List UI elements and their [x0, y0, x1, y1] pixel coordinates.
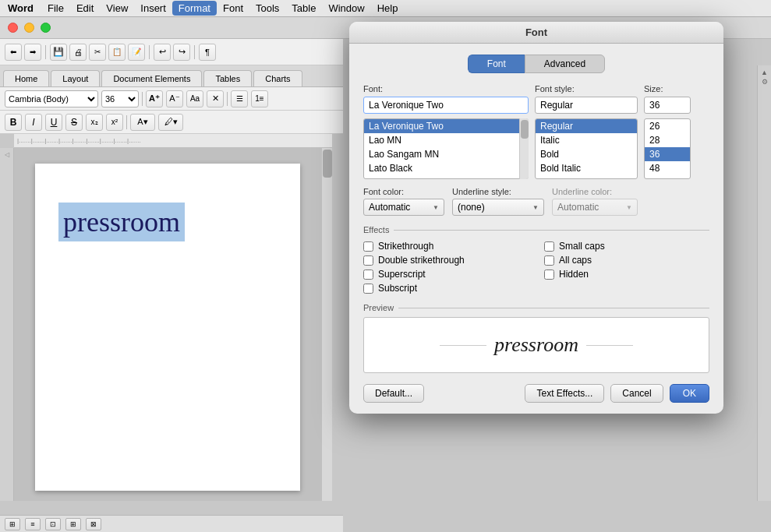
superscript-btn[interactable]: x²: [106, 114, 123, 131]
clear-format[interactable]: ✕: [207, 90, 224, 107]
font-color-dropdown[interactable]: Automatic ▼: [363, 199, 444, 216]
style-list-item-3[interactable]: Bold Italic: [536, 161, 637, 175]
preview-text: pressroom: [494, 333, 578, 357]
subscript-checkbox-row[interactable]: Subscript: [363, 283, 529, 294]
font-name-field[interactable]: [363, 97, 529, 114]
small-caps-checkbox-row[interactable]: Small caps: [544, 241, 709, 252]
small-caps-checkbox[interactable]: [544, 241, 554, 252]
increase-font[interactable]: A⁺: [146, 90, 163, 107]
menu-table[interactable]: Table: [285, 1, 322, 16]
all-caps-checkbox[interactable]: [544, 255, 554, 266]
font-style-field[interactable]: [535, 97, 638, 114]
size-list-item-3[interactable]: 48: [645, 161, 690, 175]
menu-view[interactable]: View: [100, 1, 134, 16]
double-strikethrough-checkbox[interactable]: [363, 255, 373, 266]
tab-home[interactable]: Home: [3, 70, 49, 86]
all-caps-checkbox-row[interactable]: All caps: [544, 255, 709, 266]
size-list-item-4[interactable]: 72: [645, 175, 690, 179]
font-case[interactable]: Aa: [186, 90, 203, 107]
list-number[interactable]: 1≡: [251, 90, 268, 107]
bottom-btn1[interactable]: ⊞: [5, 518, 20, 530]
toolbar-icon-2[interactable]: ➡: [24, 44, 41, 61]
subscript-checkbox[interactable]: [363, 284, 373, 294]
font-size-select[interactable]: 36: [101, 90, 139, 107]
toolbar-save[interactable]: 💾: [50, 44, 67, 61]
toolbar-icon-1[interactable]: ⬅: [5, 44, 22, 61]
hidden-checkbox[interactable]: [544, 270, 554, 280]
font-name-select[interactable]: Cambria (Body): [5, 90, 98, 107]
window-maximize[interactable]: [41, 23, 51, 33]
subscript-btn[interactable]: x₂: [86, 114, 103, 131]
style-list-item-2[interactable]: Bold: [536, 147, 637, 161]
tab-doc-elements[interactable]: Document Elements: [101, 70, 202, 86]
underline-color-dropdown[interactable]: Automatic ▼: [552, 199, 638, 216]
superscript-label: Superscript: [378, 269, 426, 280]
size-list-item-0[interactable]: 26: [645, 119, 690, 133]
app-menu-word[interactable]: Word: [0, 1, 41, 16]
toolbar-print[interactable]: 🖨: [69, 44, 87, 61]
toolbar-icon-4[interactable]: 📋: [108, 44, 126, 61]
list-bullet[interactable]: ☰: [231, 90, 248, 107]
menu-tools[interactable]: Tools: [249, 1, 285, 16]
menu-font[interactable]: Font: [217, 1, 249, 16]
text-effects-button[interactable]: Text Effects...: [525, 384, 604, 403]
strikethrough-checkbox-row[interactable]: Strikethrough: [363, 241, 529, 252]
font-list-item-1[interactable]: Lao MN: [364, 133, 528, 147]
font-size-field[interactable]: [644, 97, 691, 114]
font-name-list[interactable]: La Veronique Two Lao MN Lao Sangam MN La…: [363, 118, 529, 179]
window-close[interactable]: [8, 23, 18, 33]
font-color-btn[interactable]: A▾: [130, 114, 155, 131]
font-style-list[interactable]: Regular Italic Bold Bold Italic: [535, 118, 638, 179]
tab-layout[interactable]: Layout: [51, 70, 100, 86]
default-button[interactable]: Default...: [363, 384, 424, 403]
font-list-item-0[interactable]: La Veronique Two: [364, 119, 528, 133]
ruler: |.......|.......|.......|.......|.......…: [17, 137, 141, 144]
cancel-button[interactable]: Cancel: [610, 384, 663, 403]
font-list-item-4[interactable]: Lato Black Italic: [364, 175, 528, 179]
size-list-item-2[interactable]: 36: [645, 147, 690, 161]
double-strikethrough-label: Double strikethrough: [378, 255, 465, 266]
style-list-item-0[interactable]: Regular: [536, 119, 637, 133]
tab-advanced[interactable]: Advanced: [525, 55, 605, 73]
highlight-btn[interactable]: 🖊▾: [158, 114, 183, 131]
underline-style-arrow: ▼: [532, 204, 539, 211]
superscript-checkbox-row[interactable]: Superscript: [363, 269, 529, 280]
underline-btn[interactable]: U: [45, 114, 62, 131]
hidden-checkbox-row[interactable]: Hidden: [544, 269, 709, 280]
menu-help[interactable]: Help: [371, 1, 405, 16]
italic-btn[interactable]: I: [25, 114, 42, 131]
bold-btn[interactable]: B: [5, 114, 22, 131]
superscript-checkbox[interactable]: [363, 270, 373, 280]
underline-style-dropdown[interactable]: (none) ▼: [452, 199, 544, 216]
toolbar-redo[interactable]: ↪: [173, 44, 190, 61]
font-list-item-2[interactable]: Lao Sangam MN: [364, 147, 528, 161]
font-list-item-3[interactable]: Lato Black: [364, 161, 528, 175]
toolbar-icon-3[interactable]: ✂: [89, 44, 106, 61]
bottom-btn4[interactable]: ⊞: [65, 518, 81, 530]
double-strikethrough-checkbox-row[interactable]: Double strikethrough: [363, 255, 529, 266]
font-size-list[interactable]: 26 28 36 48 72: [644, 118, 691, 179]
bottom-btn5[interactable]: ⊠: [86, 518, 101, 530]
bottom-btn2[interactable]: ≡: [25, 518, 41, 530]
menu-format[interactable]: Format: [172, 1, 217, 16]
tab-font[interactable]: Font: [468, 55, 525, 73]
strikethrough-btn[interactable]: S: [65, 114, 83, 131]
menu-edit[interactable]: Edit: [70, 1, 100, 16]
tab-charts[interactable]: Charts: [253, 70, 302, 86]
decrease-font[interactable]: A⁻: [166, 90, 183, 107]
dialog-title: Font: [525, 26, 547, 38]
style-list-item-1[interactable]: Italic: [536, 133, 637, 147]
toolbar-paragraph[interactable]: ¶: [199, 44, 216, 61]
toolbar-undo[interactable]: ↩: [154, 44, 171, 61]
strikethrough-checkbox[interactable]: [363, 241, 373, 252]
tab-tables[interactable]: Tables: [203, 70, 252, 86]
toolbar-icon-5[interactable]: 📝: [128, 44, 145, 61]
ok-button[interactable]: OK: [670, 384, 709, 403]
window-minimize[interactable]: [24, 23, 34, 33]
menu-file[interactable]: File: [41, 1, 70, 16]
menu-insert[interactable]: Insert: [134, 1, 172, 16]
menu-window[interactable]: Window: [322, 1, 370, 16]
font-dialog: Font Font Advanced Font: Font style: Siz…: [349, 22, 723, 414]
bottom-btn3[interactable]: ⊡: [45, 518, 61, 530]
size-list-item-1[interactable]: 28: [645, 133, 690, 147]
